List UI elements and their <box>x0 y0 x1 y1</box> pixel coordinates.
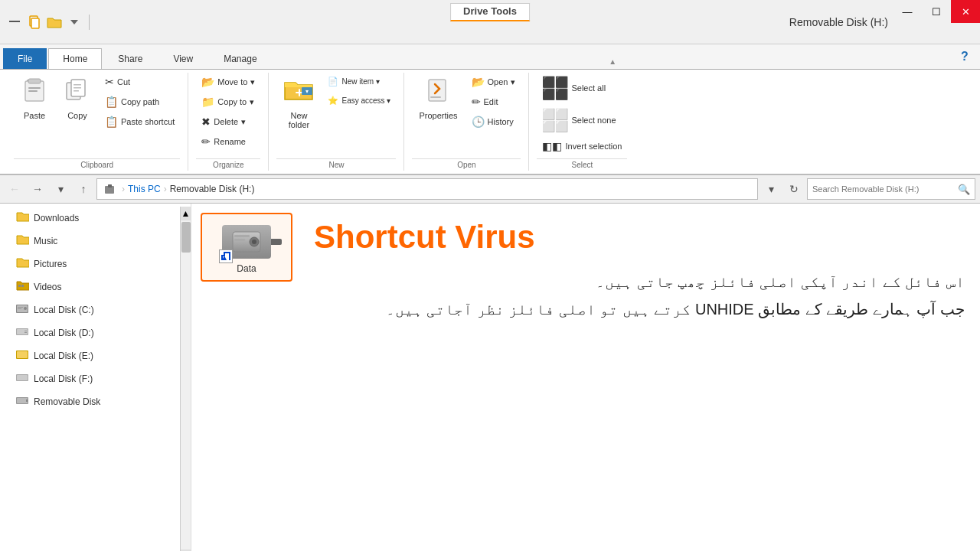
copy-to-icon: 📁 <box>201 96 214 108</box>
forward-button[interactable]: → <box>28 179 47 199</box>
copy-path-button[interactable]: 📋 Copy path <box>100 93 180 111</box>
svg-rect-6 <box>28 79 41 83</box>
folder-icon-title[interactable] <box>46 14 63 31</box>
select-none-label: Select none <box>571 116 616 125</box>
new-folder-icon: ▾ <box>283 77 314 109</box>
copy-to-label: Copy to <box>217 97 247 106</box>
cut-label: Cut <box>117 77 130 86</box>
svg-point-26 <box>24 307 27 310</box>
videos-icon <box>15 279 29 295</box>
sidebar-item-videos[interactable]: Videos <box>0 276 191 298</box>
paste-shortcut-label: Paste shortcut <box>121 117 175 126</box>
copy-button[interactable]: Copy <box>57 73 98 124</box>
delete-button[interactable]: ✖ Delete ▾ <box>196 112 260 131</box>
properties-button[interactable]: Properties <box>412 73 464 124</box>
search-input[interactable] <box>812 184 955 194</box>
select-all-icon: ⬛⬛⬛⬛ <box>542 76 568 100</box>
help-icon[interactable]: ? <box>952 44 977 69</box>
sidebar-item-d[interactable]: Local Disk (D:) <box>0 321 191 344</box>
sidebar-item-downloads[interactable]: Downloads <box>0 207 191 230</box>
open-label: Open <box>488 77 508 86</box>
rename-button[interactable]: ✏ Rename <box>196 132 260 151</box>
easy-access-icon: ⭐ <box>328 96 338 106</box>
sidebar-label-f: Local Disk (F:) <box>34 373 93 384</box>
breadcrumb[interactable]: › This PC › Removable Disk (H:) <box>96 178 758 200</box>
paste-shortcut-icon: 📋 <box>105 116 118 128</box>
up-button[interactable]: ↑ <box>74 179 93 199</box>
ribbon-tabs-row: File Home Share View Manage ▲ ? <box>0 44 980 70</box>
svg-rect-21 <box>108 184 112 187</box>
search-icon[interactable]: 🔍 <box>958 184 970 195</box>
svg-point-44 <box>252 240 256 244</box>
tab-manage[interactable]: Manage <box>209 48 271 69</box>
invert-selection-button[interactable]: ◧◧ Invert selection <box>537 137 627 155</box>
new-col: 📄 New item ▾ ⭐ Easy access ▾ <box>322 73 396 109</box>
dropdown-arrow-icon[interactable] <box>66 14 83 31</box>
open-button[interactable]: 📂 Open ▾ <box>466 73 521 91</box>
select-all-button[interactable]: ⬛⬛⬛⬛ Select all <box>537 73 627 103</box>
ribbon-collapse-icon[interactable]: ▲ <box>603 54 622 69</box>
delete-label: Delete <box>214 117 238 126</box>
sidebar-scroll-thumb[interactable] <box>181 222 191 253</box>
svg-rect-30 <box>17 329 28 334</box>
back-button[interactable]: ← <box>5 179 24 199</box>
clipboard-group: Paste Copy ✂ Cut <box>6 73 188 171</box>
close-button[interactable]: ✕ <box>951 0 980 23</box>
recent-locations-button[interactable]: ▾ <box>51 179 70 199</box>
sidebar-scroll-up[interactable]: ▲ <box>180 207 191 220</box>
tab-share[interactable]: Share <box>103 48 157 69</box>
title-bar-icons <box>6 14 93 31</box>
rename-label: Rename <box>214 137 246 146</box>
main-area: Downloads Music Pictures Videos <box>0 204 980 551</box>
open-arrow: ▾ <box>511 77 515 87</box>
sidebar-item-f[interactable]: Local Disk (F:) <box>0 367 191 390</box>
pictures-icon <box>15 256 29 272</box>
address-bar: ← → ▾ ↑ › This PC › Removable Disk (H:) … <box>0 175 980 204</box>
breadcrumb-sep2: › <box>164 184 167 194</box>
paste-button[interactable]: Paste <box>14 73 55 124</box>
downloads-icon <box>15 210 29 227</box>
hdd-icon <box>219 220 274 263</box>
clipboard-small-col: ✂ Cut 📋 Copy path 📋 Paste shortcut <box>100 73 180 131</box>
open-icon: 📂 <box>472 76 485 88</box>
copy-to-arrow: ▾ <box>250 97 254 107</box>
refresh-button[interactable]: ↻ <box>784 179 804 199</box>
select-none-button[interactable]: ⬜⬜⬜⬜ Select none <box>537 105 627 135</box>
new-item-button[interactable]: 📄 New item ▾ <box>322 73 396 90</box>
sidebar-label-videos: Videos <box>34 282 61 292</box>
new-folder-button[interactable]: ▾ Newfolder <box>276 73 321 133</box>
move-to-button[interactable]: 📂 Move to ▾ <box>196 73 260 91</box>
minimize-icon[interactable] <box>6 14 23 31</box>
svg-rect-39 <box>26 399 28 402</box>
svg-rect-28 <box>18 308 21 309</box>
copy-icon-title[interactable] <box>26 14 43 31</box>
edit-icon: ✏ <box>472 96 481 108</box>
sidebar-item-pictures[interactable]: Pictures <box>0 253 191 276</box>
edit-button[interactable]: ✏ Edit <box>466 93 521 111</box>
data-file-item[interactable]: Data <box>201 213 292 282</box>
minimize-button[interactable]: — <box>893 0 922 23</box>
maximize-button[interactable]: ☐ <box>922 0 951 23</box>
svg-rect-38 <box>17 398 28 403</box>
breadcrumb-this-pc[interactable]: This PC <box>128 184 161 194</box>
svg-rect-11 <box>74 84 81 86</box>
address-dropdown-button[interactable]: ▾ <box>761 179 781 199</box>
content-area: Data Shortcut Virus اس فائل کے اندر آپکی… <box>191 204 980 551</box>
sidebar-item-removable[interactable]: Removable Disk <box>0 390 191 413</box>
tab-view[interactable]: View <box>158 48 207 69</box>
cut-button[interactable]: ✂ Cut <box>100 73 180 91</box>
sidebar-item-music[interactable]: Music <box>0 230 191 253</box>
easy-access-button[interactable]: ⭐ Easy access ▾ <box>322 92 396 109</box>
copy-to-button[interactable]: 📁 Copy to ▾ <box>196 93 260 111</box>
drive-tools-badge[interactable]: Drive Tools <box>450 3 530 21</box>
tab-file[interactable]: File <box>3 48 47 69</box>
organize-group: 📂 Move to ▾ 📁 Copy to ▾ ✖ Delete ▾ ✏ Ren… <box>188 73 269 171</box>
sidebar-item-e[interactable]: Local Disk (E:) <box>0 344 191 367</box>
sidebar-scroll-track <box>180 220 191 549</box>
sidebar-item-c[interactable]: Local Disk (C:) <box>0 298 191 321</box>
tab-home[interactable]: Home <box>48 48 102 69</box>
paste-shortcut-button[interactable]: 📋 Paste shortcut <box>100 112 180 131</box>
history-button[interactable]: 🕒 History <box>466 112 521 131</box>
open-group: Properties 📂 Open ▾ ✏ Edit 🕒 History Ope… <box>404 73 529 171</box>
hdd-connector <box>271 239 282 245</box>
